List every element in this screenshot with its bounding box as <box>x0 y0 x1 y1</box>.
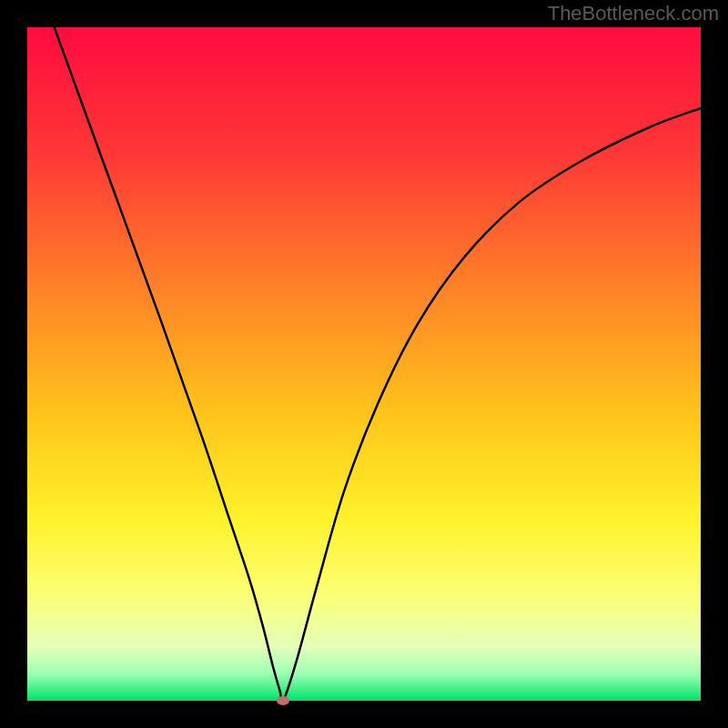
plot-area <box>27 27 701 701</box>
chart-root: TheBottleneck.com <box>0 0 728 728</box>
watermark-label: TheBottleneck.com <box>548 2 719 25</box>
minimum-marker <box>277 696 289 705</box>
bottleneck-curve <box>55 27 701 701</box>
curve-layer <box>27 27 701 701</box>
